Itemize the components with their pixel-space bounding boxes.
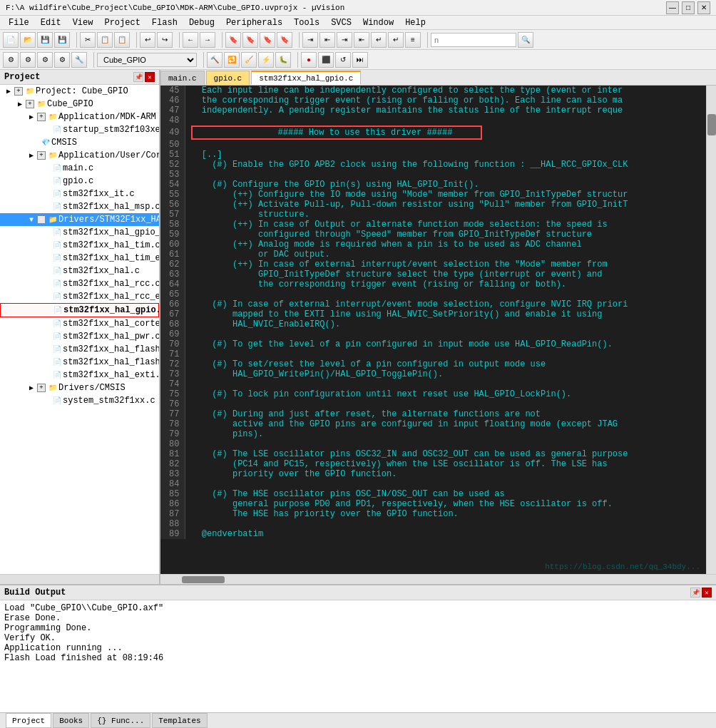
tb2-btn4[interactable]: ⚙ xyxy=(54,52,70,68)
pin-button[interactable]: 📌 xyxy=(133,72,143,82)
line-code-75[interactable]: (#) To lock pin configuration until next… xyxy=(185,389,706,399)
line-code-60[interactable]: (++) Analog mode is required when a pin … xyxy=(185,240,706,250)
tree-item-hal_flash_ex[interactable]: 📄stm32f1xx_hal_flash_ex.c xyxy=(0,356,159,369)
status-tab-3[interactable]: Templates xyxy=(152,713,207,728)
tree-item-root[interactable]: ▶+📁Project: Cube_GPIO xyxy=(0,85,159,98)
folder-expand-cube_gpio[interactable]: + xyxy=(26,100,34,108)
tree-item-hal_pwr[interactable]: 📄stm32f1xx_hal_pwr.c xyxy=(0,330,159,343)
status-tab-1[interactable]: Books xyxy=(53,713,89,728)
flash-btn[interactable]: ⚡ xyxy=(258,52,274,68)
line-code-58[interactable]: (++) In case of Output or alternate func… xyxy=(185,220,706,230)
menu-item-help[interactable]: Help xyxy=(399,16,431,29)
insert-button[interactable]: ↵ xyxy=(371,32,387,48)
cut-button[interactable]: ✂ xyxy=(80,32,96,48)
tree-item-hal_exti[interactable]: 📄stm32f1xx_hal_exti.c xyxy=(0,369,159,381)
new-file-button[interactable]: 📄 xyxy=(3,32,19,48)
line-code-63[interactable]: GPIO_InitTypeDef structure select the ty… xyxy=(185,270,706,280)
line-code-68[interactable]: HAL_NVIC_EnableIRQ(). xyxy=(185,319,706,329)
line-code-56[interactable]: (++) Activate Pull-up, Pull-down resisto… xyxy=(185,200,706,210)
paste-button[interactable]: 📋 xyxy=(114,32,130,48)
menu-item-peripherals[interactable]: Peripherals xyxy=(220,16,288,29)
tb2-btn3[interactable]: ⚙ xyxy=(37,52,53,68)
open-button[interactable]: 📂 xyxy=(20,32,36,48)
line-code-73[interactable]: HAL_GPIO_WritePin()/HAL_GPIO_TogglePin()… xyxy=(185,369,706,379)
line-code-67[interactable]: mapped to the EXTI line using HAL_NVIC_S… xyxy=(185,309,706,319)
save-all-button[interactable]: 💾 xyxy=(54,32,70,48)
save-button[interactable]: 💾 xyxy=(37,32,53,48)
menu-item-project[interactable]: Project xyxy=(98,16,145,29)
tree-item-system_stm32[interactable]: 📄system_stm32f1xx.c xyxy=(0,394,159,407)
tree-item-cube_gpio[interactable]: ▶+📁Cube_GPIO xyxy=(0,98,159,111)
bookmark3-button[interactable]: 🔖 xyxy=(260,32,275,48)
folder-expand-app_user[interactable]: + xyxy=(37,151,46,160)
tree-item-stm32f1xx_hal_msp[interactable]: 📄stm32f1xx_hal_msp.c xyxy=(0,200,159,213)
menu-item-window[interactable]: Window xyxy=(357,16,399,29)
tree-item-hal_gpio[interactable]: 📄stm32f1xx_hal_gpio.c xyxy=(0,303,159,317)
tb2-btn5[interactable]: 🔧 xyxy=(71,52,87,68)
line-code-83[interactable]: priority over the GPIO function. xyxy=(185,469,706,479)
bookmark2-button[interactable]: 🔖 xyxy=(242,32,258,48)
line-code-78[interactable]: active and the GPIO pins are configured … xyxy=(185,419,706,429)
line-code-49[interactable]: ##### How to use this driver ##### xyxy=(185,125,706,140)
line-code-77[interactable]: (#) During and just after reset, the alt… xyxy=(185,409,706,419)
line-code-81[interactable]: (#) The LSE oscillator pins OSC32_IN and… xyxy=(185,449,706,459)
tab-main_c[interactable]: main.c xyxy=(160,71,205,85)
debug-btn[interactable]: 🐛 xyxy=(275,52,291,68)
format-button[interactable]: ≡ xyxy=(405,32,421,48)
tree-item-hal_tim_ex[interactable]: 📄stm32f1xx_hal_tim_ex.c xyxy=(0,252,159,265)
line-code-47[interactable]: independently. A pending register mainta… xyxy=(185,106,706,116)
target-select[interactable]: Cube_GPIO xyxy=(97,53,197,67)
menu-item-debug[interactable]: Debug xyxy=(183,16,220,29)
tree-item-hal_rcc_ex[interactable]: 📄stm32f1xx_hal_rcc_ex.c xyxy=(0,290,159,303)
line-code-70[interactable]: (#) To get the level of a pin configured… xyxy=(185,339,706,349)
editor-hscroll[interactable] xyxy=(160,574,716,584)
folder-expand-drivers_folder[interactable]: − xyxy=(37,215,46,224)
folder-expand-app_mdk[interactable]: + xyxy=(37,113,46,121)
folder-expand-root[interactable]: + xyxy=(14,87,23,96)
menu-item-file[interactable]: File xyxy=(3,16,35,29)
build-btn[interactable]: 🔨 xyxy=(207,52,223,68)
tree-item-hal_cortex[interactable]: 📄stm32f1xx_hal_cortex.c xyxy=(0,317,159,330)
tree-item-main_c[interactable]: 📄main.c xyxy=(0,162,159,175)
tree-item-hal_rcc[interactable]: 📄stm32f1xx_hal_rcc.c xyxy=(0,277,159,290)
insert2-button[interactable]: ↵ xyxy=(388,32,404,48)
line-code-82[interactable]: (PC14 and PC15, respectively) when the L… xyxy=(185,459,706,469)
line-code-55[interactable]: (++) Configure the IO mode using "Mode" … xyxy=(185,190,706,200)
tree-item-app_mdk[interactable]: ▶+📁Application/MDK-ARM xyxy=(0,111,159,123)
clean-btn[interactable]: 🧹 xyxy=(241,52,257,68)
menu-item-svcs[interactable]: SVCS xyxy=(325,16,357,29)
copy-button[interactable]: 📋 xyxy=(97,32,113,48)
menu-item-edit[interactable]: Edit xyxy=(35,16,67,29)
panel-close-button[interactable]: ✕ xyxy=(145,72,155,82)
menu-item-view[interactable]: View xyxy=(67,16,99,29)
back-button[interactable]: ← xyxy=(183,32,198,48)
rebuild-btn[interactable]: 🔁 xyxy=(224,52,240,68)
status-tab-2[interactable]: {} Func... xyxy=(91,713,150,728)
status-tab-0[interactable]: Project xyxy=(6,713,51,728)
line-code-46[interactable]: the corresponding trigger event (rising … xyxy=(185,96,706,106)
tree-item-hal[interactable]: 📄stm32f1xx_hal.c xyxy=(0,265,159,277)
outdent2-button[interactable]: ⇤ xyxy=(354,32,369,48)
search-button[interactable]: 🔍 xyxy=(518,32,533,48)
maximize-button[interactable]: □ xyxy=(682,1,695,14)
tab-gpio_c[interactable]: gpio.c xyxy=(206,71,250,85)
menu-item-tools[interactable]: Tools xyxy=(288,16,325,29)
line-code-61[interactable]: or DAC output. xyxy=(185,250,706,260)
line-code-59[interactable]: configured through "Speed" member from G… xyxy=(185,230,706,240)
line-code-74[interactable] xyxy=(185,379,706,389)
line-code-54[interactable]: (#) Configure the GPIO pin(s) using HAL_… xyxy=(185,180,706,190)
tree-item-stm32f1xx_it[interactable]: 📄stm32f1xx_it.c xyxy=(0,188,159,200)
forward-button[interactable]: → xyxy=(200,32,215,48)
line-code-84[interactable] xyxy=(185,479,706,489)
tree-item-cmsis[interactable]: 💎CMSIS xyxy=(0,136,159,149)
line-code-79[interactable]: pins). xyxy=(185,429,706,439)
run-btn[interactable]: ● xyxy=(301,52,317,68)
line-code-88[interactable] xyxy=(185,519,706,529)
line-code-52[interactable]: (#) Enable the GPIO APB2 clock using the… xyxy=(185,160,706,170)
bookmark4-button[interactable]: 🔖 xyxy=(277,32,292,48)
line-code-57[interactable]: structure. xyxy=(185,210,706,220)
minimize-button[interactable]: — xyxy=(666,1,679,14)
menu-item-flash[interactable]: Flash xyxy=(146,16,183,29)
folder-expand-drivers_cmsis[interactable]: + xyxy=(37,384,46,392)
search-input[interactable] xyxy=(431,33,516,47)
